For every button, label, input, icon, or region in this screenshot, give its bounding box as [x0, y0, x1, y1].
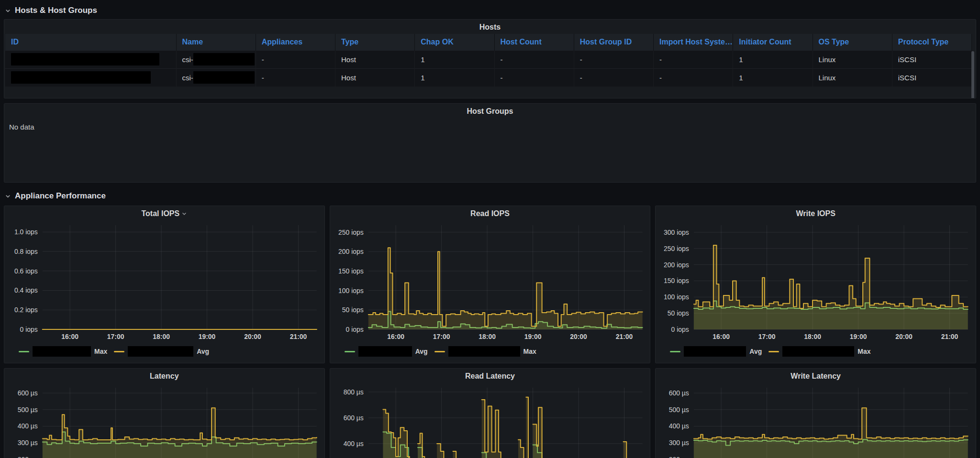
svg-text:21:00: 21:00 — [290, 333, 307, 340]
total-iops-panel: Total IOPS 0 iops0.2 iops0.4 iops0.6 iop… — [4, 206, 325, 363]
legend-label: Avg — [197, 348, 209, 355]
cell-os-type: Linux — [813, 50, 892, 68]
latency-panel-title[interactable]: Latency — [4, 369, 324, 383]
column-header-initiator-count[interactable]: Initiator Count — [733, 34, 813, 50]
write-iops-panel: Write IOPS 0 iops50 iops100 iops150 iops… — [655, 206, 976, 363]
cell-type: Host — [335, 50, 415, 68]
column-header-host-count[interactable]: Host Count — [494, 34, 574, 50]
cell-host-group-id: - — [574, 68, 653, 87]
svg-text:0.8 iops: 0.8 iops — [14, 248, 38, 255]
redacted-name-value — [193, 71, 255, 84]
svg-text:19:00: 19:00 — [850, 333, 867, 340]
legend-item-max[interactable]: Max — [768, 346, 870, 357]
legend-item-max[interactable]: Max — [19, 346, 107, 357]
svg-text:18:00: 18:00 — [804, 333, 822, 340]
svg-text:800 µs: 800 µs — [343, 388, 363, 396]
svg-text:300 µs: 300 µs — [18, 439, 38, 447]
column-header-name[interactable]: Name — [176, 34, 256, 50]
svg-text:0 iops: 0 iops — [345, 326, 363, 333]
host-groups-panel: Host Groups No data — [4, 103, 976, 183]
host-name-prefix: csi- — [182, 55, 193, 64]
section-header-hosts-host-groups[interactable]: Hosts & Host Groups — [5, 5, 976, 16]
svg-text:16:00: 16:00 — [387, 333, 404, 340]
column-header-host-group-id[interactable]: Host Group ID — [574, 34, 653, 50]
read-latency-chart[interactable]: 200 µs400 µs600 µs800 µs16:0017:0018:001… — [330, 383, 650, 458]
write-iops-legend: AvgMax — [656, 343, 976, 357]
hosts-panel-title[interactable]: Hosts — [4, 20, 976, 34]
write-latency-chart[interactable]: 200 µs300 µs400 µs500 µs600 µs16:0017:00… — [656, 383, 976, 458]
read-iops-panel: Read IOPS 0 iops50 iops100 iops150 iops2… — [330, 206, 651, 363]
read-latency-panel-title[interactable]: Read Latency — [330, 369, 650, 383]
svg-text:0 iops: 0 iops — [671, 326, 689, 333]
column-header-id[interactable]: ID — [5, 34, 176, 50]
column-header-os-type[interactable]: OS Type — [813, 34, 892, 50]
legend-label: Avg — [749, 348, 762, 355]
svg-text:200 µs: 200 µs — [18, 456, 38, 458]
column-header-type[interactable]: Type — [335, 34, 415, 50]
svg-text:17:00: 17:00 — [433, 333, 450, 340]
legend-series-color-dash — [768, 351, 779, 352]
legend-item-avg[interactable]: Avg — [114, 346, 209, 357]
column-header-protocol-type[interactable]: Protocol Type — [892, 34, 971, 50]
hosts-panel: Hosts ID Name Appliances Type Chap OK Ho… — [4, 19, 976, 98]
redacted-series-name — [128, 346, 193, 357]
section-header-appliance-performance[interactable]: Appliance Performance — [5, 190, 976, 202]
redacted-series-name — [358, 346, 412, 357]
read-iops-chart[interactable]: 0 iops50 iops100 iops150 iops200 iops250… — [330, 220, 650, 343]
read-iops-panel-title[interactable]: Read IOPS — [330, 206, 650, 220]
legend-label: Max — [523, 348, 536, 355]
svg-text:18:00: 18:00 — [153, 333, 170, 340]
legend-item-avg[interactable]: Avg — [670, 346, 762, 357]
svg-text:20:00: 20:00 — [570, 333, 587, 340]
svg-text:16:00: 16:00 — [713, 333, 730, 340]
column-header-import-host-system[interactable]: Import Host System... — [654, 34, 733, 50]
host-groups-panel-title[interactable]: Host Groups — [4, 104, 976, 118]
redacted-series-name — [448, 346, 520, 357]
column-header-appliances[interactable]: Appliances — [256, 34, 335, 50]
total-iops-panel-title[interactable]: Total IOPS — [4, 206, 324, 220]
svg-text:400 µs: 400 µs — [18, 422, 38, 430]
legend-item-max[interactable]: Max — [434, 346, 536, 357]
latency-chart[interactable]: 200 µs300 µs400 µs500 µs600 µs16:0017:00… — [4, 383, 324, 458]
legend-series-color-dash — [114, 351, 124, 352]
write-iops-chart[interactable]: 0 iops50 iops100 iops150 iops200 iops250… — [656, 220, 976, 343]
write-iops-panel-title[interactable]: Write IOPS — [656, 206, 976, 220]
svg-text:17:00: 17:00 — [758, 333, 776, 340]
table-scrollbar[interactable] — [971, 51, 974, 98]
cell-protocol-type: iSCSI — [892, 50, 971, 68]
cell-host-count: - — [494, 50, 574, 68]
redacted-series-name — [782, 346, 854, 357]
charts-row-1: Total IOPS 0 iops0.2 iops0.4 iops0.6 iop… — [4, 206, 976, 363]
total-iops-chart[interactable]: 0 iops0.2 iops0.4 iops0.6 iops0.8 iops1.… — [4, 220, 324, 343]
section-title: Hosts & Host Groups — [15, 6, 97, 15]
cell-os-type: Linux — [813, 68, 892, 87]
redacted-name-value — [193, 53, 255, 65]
chevron-down-icon — [5, 193, 11, 199]
cell-chap-ok: 1 — [415, 68, 494, 87]
total-iops-legend: MaxAvg — [4, 343, 324, 357]
svg-text:600 µs: 600 µs — [18, 389, 38, 397]
cell-import-host-system: - — [654, 50, 733, 68]
svg-text:600 µs: 600 µs — [669, 389, 689, 397]
dashboard: Hosts & Host Groups Hosts ID Name Applia… — [0, 0, 980, 458]
svg-text:19:00: 19:00 — [524, 333, 541, 340]
latency-panel: Latency 200 µs300 µs400 µs500 µs600 µs16… — [4, 368, 325, 458]
svg-text:300 µs: 300 µs — [669, 439, 689, 447]
table-row: csi- - Host 1 - - - 1 Linux iSCSI — [5, 68, 972, 87]
legend-item-avg[interactable]: Avg — [345, 346, 428, 357]
write-latency-panel-title[interactable]: Write Latency — [656, 369, 976, 383]
panel-menu-chevron-icon[interactable] — [181, 210, 187, 218]
svg-text:1.0 iops: 1.0 iops — [14, 228, 38, 236]
cell-initiator-count: 1 — [733, 68, 813, 87]
cell-appliances: - — [256, 68, 335, 87]
svg-text:200 iops: 200 iops — [664, 261, 689, 269]
cell-type: Host — [335, 68, 415, 87]
cell-import-host-system: - — [654, 68, 733, 87]
svg-text:150 iops: 150 iops — [664, 277, 689, 284]
legend-label: Max — [858, 348, 870, 355]
table-header-row: ID Name Appliances Type Chap OK Host Cou… — [5, 34, 972, 50]
svg-text:250 iops: 250 iops — [338, 229, 364, 236]
column-header-chap-ok[interactable]: Chap OK — [415, 34, 494, 50]
legend-series-color-dash — [434, 351, 445, 352]
legend-label: Avg — [415, 348, 428, 355]
